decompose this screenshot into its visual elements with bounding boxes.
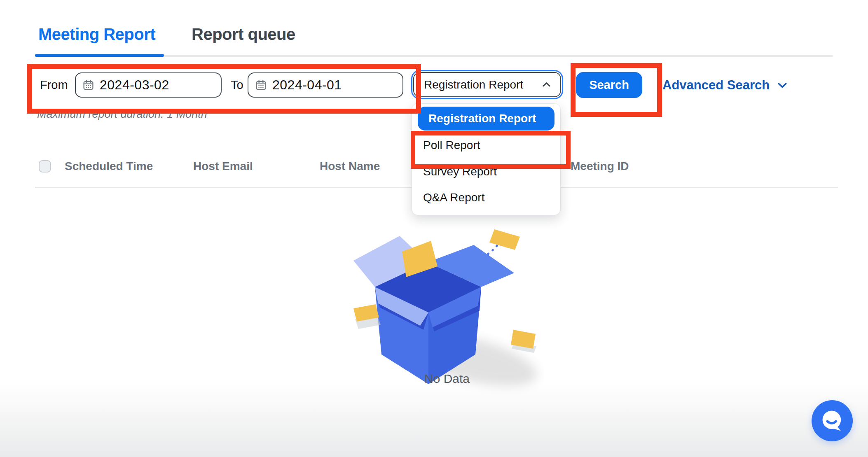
report-type-selected-value: Registration Report <box>424 78 523 91</box>
calendar-icon <box>255 79 267 91</box>
menu-item-poll-report[interactable]: Poll Report <box>423 140 480 151</box>
advanced-search-toggle[interactable]: Advanced Search <box>662 79 788 91</box>
column-header-meeting-id: Meeting ID <box>571 161 629 172</box>
chat-bubble-icon <box>820 409 844 433</box>
select-all-checkbox[interactable] <box>39 160 51 173</box>
report-type-select[interactable]: Registration Report <box>413 72 561 97</box>
tab-meeting-report[interactable]: Meeting Report <box>38 26 155 42</box>
empty-box-illustration <box>350 224 544 397</box>
menu-item-qa-report[interactable]: Q&A Report <box>423 192 484 203</box>
no-data-label: No Data <box>350 372 544 386</box>
chat-widget-button[interactable] <box>812 400 853 441</box>
advanced-search-label: Advanced Search <box>662 79 770 91</box>
menu-item-survey-report[interactable]: Survey Report <box>423 166 497 177</box>
column-header-scheduled-time: Scheduled Time <box>65 161 153 172</box>
tab-report-queue[interactable]: Report queue <box>192 26 295 42</box>
to-date-input[interactable]: 2024-04-01 <box>248 72 403 98</box>
from-date-input[interactable]: 2024-03-02 <box>75 72 222 98</box>
meeting-report-page: Meeting Report Report queue From 2024-03… <box>0 0 868 457</box>
column-header-host-email: Host Email <box>193 161 253 172</box>
menu-item-registration-report[interactable]: Registration Report <box>418 107 554 131</box>
active-tab-underline <box>35 54 164 57</box>
from-date-value: 2024-03-02 <box>100 77 169 93</box>
calendar-icon <box>82 79 94 91</box>
column-header-host-name: Host Name <box>320 161 380 172</box>
chevron-up-icon <box>541 79 552 90</box>
report-type-menu: Registration Report Poll Report Survey R… <box>412 104 560 215</box>
from-label: From <box>40 79 68 91</box>
to-date-value: 2024-04-01 <box>272 77 342 93</box>
max-duration-note: Maximum report duration: 1 Month <box>37 109 207 120</box>
chevron-down-icon <box>776 79 788 91</box>
search-button[interactable]: Search <box>576 72 642 98</box>
to-label: To <box>231 79 243 91</box>
